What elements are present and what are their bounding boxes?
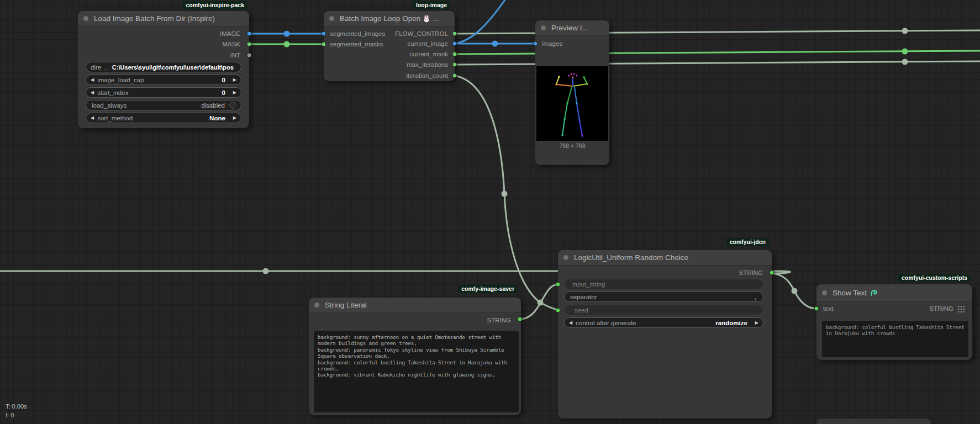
output-port-mask[interactable] [247, 42, 252, 47]
widget-start-index[interactable]: ◀ start_index 0 ▶ [86, 87, 241, 98]
input-port-seed[interactable] [556, 308, 561, 313]
preview-pose-image [536, 66, 608, 141]
output-port-int[interactable] [247, 53, 252, 58]
node-batch-image-loop[interactable]: Batch Image Loop Open ... segmented_imag… [324, 11, 455, 81]
node-titlebar[interactable]: Preview I... [535, 20, 609, 36]
input-label: segmented_masks [330, 41, 383, 47]
output-port-flow-control[interactable] [452, 31, 457, 36]
widget-ellipsis: ... [104, 64, 109, 71]
badge-inspire-pack: comfyui-inspire-pack [182, 1, 247, 9]
badge-jdcn: comfyui-jdcn [726, 238, 769, 246]
increment-arrow-icon[interactable]: ▶ [755, 320, 758, 325]
input-port-segmented-masks[interactable] [322, 42, 326, 47]
output-label-string: STRING [739, 269, 763, 276]
widget-load-always[interactable]: load_always disabled [86, 100, 241, 110]
output-port-string[interactable] [518, 317, 523, 322]
widget-value: None [209, 115, 225, 121]
node-logicutil-random-choice[interactable]: LogicUtil_Uniform Random Choice STRING i… [558, 250, 772, 418]
wire-current-mask [455, 51, 980, 54]
output-label-int: INT [230, 52, 240, 59]
decrement-arrow-icon[interactable]: ◀ [91, 90, 94, 95]
collapse-dot-icon[interactable] [83, 16, 88, 21]
collapse-dot-icon[interactable] [541, 25, 546, 30]
output-port-image[interactable] [247, 31, 252, 36]
reroute-dot[interactable] [492, 41, 498, 47]
output-port-max-iterations[interactable] [452, 62, 457, 67]
show-text-textarea[interactable]: background: colorful bustling Takeshita … [822, 321, 968, 357]
widget-value: C:\Users\syui\git\comfyui\user\default\p… [112, 64, 234, 71]
decrement-arrow-icon[interactable]: ◀ [91, 115, 94, 120]
increment-arrow-icon[interactable]: ▶ [233, 90, 236, 95]
node-titlebar[interactable]: Batch Image Loop Open ... [324, 11, 455, 26]
widget-label: seed [575, 307, 755, 314]
reroute-dot[interactable] [792, 288, 798, 294]
output-label-string: STRING [930, 305, 953, 312]
collapse-dot-icon[interactable] [314, 303, 319, 308]
output-label: current_image [407, 40, 448, 47]
collapse-dot-icon[interactable] [822, 290, 827, 295]
widget-label: start_index [97, 89, 218, 96]
image-size-label: 768 × 768 [535, 142, 609, 149]
reroute-dot[interactable] [902, 49, 908, 55]
node-titlebar[interactable]: Show Text [816, 284, 972, 301]
output-label: max_iterations [407, 61, 448, 68]
reroute-dot[interactable] [502, 191, 508, 197]
wire-flow-control [455, 30, 980, 34]
input-port-images[interactable] [533, 41, 538, 46]
output-port-current-mask[interactable] [452, 52, 457, 57]
increment-arrow-icon[interactable]: ▶ [233, 115, 236, 120]
widget-input-string[interactable]: input_string [564, 279, 763, 289]
widget-label: input_string [572, 281, 755, 288]
node-title: Load Image Batch From Dir (Inspire) [94, 14, 215, 23]
reroute-dot[interactable] [284, 41, 290, 47]
output-label: current_mask [409, 51, 448, 57]
output-port-current-image[interactable] [452, 41, 457, 46]
node-titlebar[interactable]: Load Image Batch From Dir (Inspire) [78, 11, 249, 26]
node-title: Batch Image Loop Open [340, 14, 420, 23]
string-grid-icon[interactable] [958, 306, 965, 312]
output-port-string[interactable] [770, 271, 774, 275]
output-label-string: STRING [487, 317, 511, 324]
input-port-text[interactable] [814, 306, 819, 311]
reroute-dot[interactable] [263, 268, 269, 274]
stat-iteration: I: 0 [6, 411, 27, 420]
rabbit-icon [423, 15, 430, 23]
output-port-iteration-count[interactable] [452, 73, 457, 78]
reroute-dot[interactable] [284, 31, 290, 37]
node-preview-image[interactable]: Preview I... images [535, 20, 609, 165]
widget-label: image_load_cap [97, 77, 218, 83]
widget-directory[interactable]: dire ... C:\Users\syui\git\comfyui\user\… [86, 62, 241, 72]
input-port-input-string[interactable] [556, 282, 561, 287]
badge-image-saver: comfy-image-saver [458, 285, 518, 293]
badge-custom-scripts: comfyui-custom-scripts [898, 274, 971, 282]
widget-separator[interactable]: separator , [564, 292, 763, 302]
node-titlebar[interactable]: String Literal [309, 298, 521, 313]
output-label: FLOW_CONTROL [395, 30, 448, 37]
decrement-arrow-icon[interactable]: ◀ [569, 320, 572, 325]
widget-seed[interactable]: seed [564, 305, 763, 315]
increment-arrow-icon[interactable]: ▶ [233, 77, 236, 82]
node-titlebar[interactable]: LogicUtil_Uniform Random Choice [558, 250, 772, 266]
input-label: images [542, 40, 562, 47]
widget-value: randomize [715, 320, 747, 326]
execution-stats: T: 0.00s I: 0 [6, 402, 27, 420]
widget-control-after-generate[interactable]: ◀ control after generate randomize ▶ [564, 317, 763, 328]
wire-current-image-up [455, 0, 505, 44]
node-title: Preview I... [551, 24, 588, 32]
node-show-text[interactable]: Show Text text STRING background: colorf… [816, 284, 972, 360]
node-graph-canvas[interactable]: comfyui-inspire-pack loop-image comfyui-… [0, 0, 980, 424]
node-title: LogicUtil_Uniform Random Choice [574, 253, 688, 262]
reroute-dot[interactable] [902, 59, 908, 65]
input-port-segmented-images[interactable] [322, 31, 326, 36]
widget-image-load-cap[interactable]: ◀ image_load_cap 0 ▶ [86, 75, 241, 85]
widget-sort-method[interactable]: ◀ sort_method None ▶ [86, 113, 241, 123]
decrement-arrow-icon[interactable]: ◀ [91, 77, 94, 82]
collapse-dot-icon[interactable] [563, 255, 568, 260]
collapse-dot-icon[interactable] [329, 16, 334, 21]
string-literal-textarea[interactable]: background: sunny afternoon on a quiet O… [314, 331, 519, 412]
node-load-image-batch[interactable]: Load Image Batch From Dir (Inspire) IMAG… [78, 11, 249, 128]
node-string-literal[interactable]: String Literal STRING background: sunny … [309, 298, 521, 415]
toggle-icon[interactable] [229, 102, 236, 109]
node-partial-bottom[interactable] [816, 418, 931, 424]
reroute-dot[interactable] [902, 28, 908, 34]
